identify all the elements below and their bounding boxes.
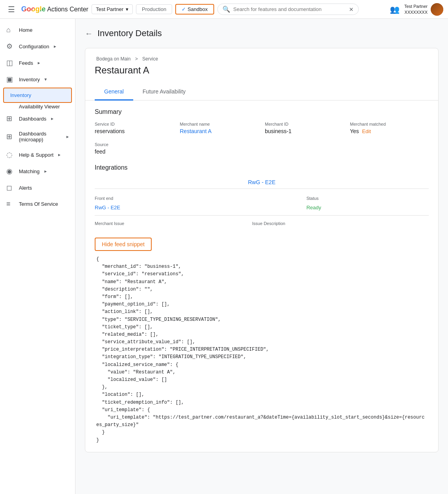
sidebar-item-matching[interactable]: ◉ Matching ▸ (0, 163, 75, 179)
check-icon: ✓ (182, 6, 186, 12)
integration-rwg-link[interactable]: RwG - E2E (95, 176, 429, 189)
main-content: ← Inventory Details Bodega on Main > Ser… (75, 19, 448, 494)
user-info: Test Partner XXXXXXXX (404, 4, 428, 15)
breadcrumb-part2: Service (142, 56, 158, 62)
terms-icon: ≡ (6, 200, 14, 208)
col-header-status: Status (307, 194, 429, 203)
google-logo: Google (21, 5, 46, 13)
inventory-parent-icon: ▣ (6, 75, 14, 84)
merchant-id-value: business-1 (265, 128, 344, 134)
field-merchant-name: Merchant name Restaurant A (180, 122, 259, 134)
app-name: Actions Center (47, 6, 88, 13)
field-merchant-id: Merchant ID business-1 (265, 122, 344, 134)
sidebar-item-terms[interactable]: ≡ Terms Of Service (0, 196, 72, 212)
sidebar-item-dashboards[interactable]: ⊞ Dashboards ▸ (0, 110, 75, 127)
field-service-id: Service ID reservations (95, 122, 174, 134)
expand-icon-feeds: ▸ (38, 60, 40, 66)
expand-icon-dashboards: ▸ (51, 116, 53, 121)
col-header-frontend: Front end (95, 194, 307, 203)
json-snippet: { "merchant_id": "business-1", "service_… (95, 256, 429, 444)
sidebar-label-help-support: Help & Support (19, 152, 53, 158)
gear-icon: ⚙ (6, 42, 14, 51)
source-row: Source feed (95, 142, 429, 155)
avatar (431, 3, 443, 16)
breadcrumb-separator: > (135, 56, 138, 62)
sidebar-item-home[interactable]: ⌂ Home (0, 22, 72, 38)
sidebar-item-help-support[interactable]: ◌ Help & Support ▸ (0, 146, 75, 163)
user-menu[interactable]: Test Partner XXXXXXXX (404, 3, 443, 16)
search-bar: 🔍 ✕ (217, 4, 359, 15)
frontend-link[interactable]: RwG - E2E (95, 205, 120, 210)
sidebar: ⌂ Home ⚙ Configuration ▸ ◫ Feeds ▸ ▣ Inv… (0, 19, 75, 494)
service-id-value: reservations (95, 128, 174, 134)
app-logo: Google Actions Center (21, 5, 88, 13)
sidebar-item-dashboards-microapp[interactable]: ⊞ Dashboards (microapp) ▸ (0, 127, 75, 146)
service-id-label: Service ID (95, 122, 174, 126)
breadcrumb: Bodega on Main > Service (95, 56, 429, 62)
edit-merchant-matched-link[interactable]: Edit (362, 128, 371, 134)
avatar-image (431, 3, 443, 16)
matching-icon: ◉ (6, 167, 14, 176)
issue-row (95, 228, 429, 231)
nav-right: 👥 Test Partner XXXXXXXX (390, 3, 443, 16)
chevron-down-icon: ▾ (126, 6, 129, 12)
sidebar-item-feeds[interactable]: ◫ Feeds ▸ (0, 55, 75, 71)
integration-table: Front end Status RwG - E2E Ready (95, 194, 429, 212)
hide-feed-snippet-button[interactable]: Hide feed snippet (95, 238, 152, 251)
people-icon[interactable]: 👥 (390, 5, 400, 14)
sidebar-label-matching: Matching (19, 168, 40, 174)
summary-grid: Service ID reservations Merchant name Re… (95, 122, 429, 134)
expand-icon-matching: ▸ (44, 168, 47, 174)
user-id: XXXXXXXX (404, 9, 428, 15)
sidebar-item-availability-viewer[interactable]: Availability Viewer (0, 103, 75, 110)
sidebar-label-home: Home (19, 27, 33, 33)
dashboards-icon: ⊞ (6, 114, 14, 123)
merchant-matched-label: Merchant matched (350, 122, 429, 126)
tab-bar: General Future Availability (85, 84, 438, 101)
sidebar-label-feeds: Feeds (19, 60, 33, 66)
card-inner: Bodega on Main > Service Restaurant A Ge… (85, 48, 438, 452)
tab-future-availability[interactable]: Future Availability (133, 84, 195, 101)
source-value: feed (95, 148, 429, 155)
sidebar-item-inventory-parent[interactable]: ▣ Inventory ▾ (0, 71, 75, 88)
expand-icon-dashboards-microapp: ▸ (66, 134, 69, 139)
production-button[interactable]: Production (136, 4, 172, 14)
sandbox-label: Sandbox (187, 6, 207, 12)
clear-search-icon[interactable]: ✕ (349, 6, 354, 13)
home-icon: ⌂ (6, 26, 14, 34)
merchant-matched-yes: Yes (350, 128, 359, 134)
search-input[interactable] (233, 6, 346, 12)
merchant-name-value[interactable]: Restaurant A (180, 128, 212, 134)
field-merchant-matched: Merchant matched Yes Edit (350, 122, 429, 134)
breadcrumb-part1: Bodega on Main (96, 56, 130, 62)
sidebar-label-alerts: Alerts (19, 185, 32, 191)
sidebar-label-availability-viewer: Availability Viewer (19, 104, 60, 110)
dashboards-microapp-icon: ⊞ (6, 132, 14, 141)
search-icon: 🔍 (222, 5, 230, 13)
page-header: ← Inventory Details (85, 28, 439, 38)
sidebar-label-terms: Terms Of Service (19, 201, 58, 207)
top-navigation: ☰ Google Actions Center Test Partner ▾ P… (0, 0, 448, 19)
merchant-name-label: Merchant name (180, 122, 259, 126)
sidebar-item-alerts[interactable]: ◻ Alerts (0, 179, 72, 196)
merchant-id-label: Merchant ID (265, 122, 344, 126)
partner-name: Test Partner (96, 6, 123, 12)
merchant-issue-value (95, 228, 252, 231)
sidebar-item-inventory[interactable]: Inventory (3, 88, 72, 103)
sidebar-label-inventory: Inventory (10, 92, 31, 98)
integrations-title: Integrations (95, 164, 429, 171)
help-icon: ◌ (6, 150, 14, 159)
user-name: Test Partner (404, 4, 428, 9)
expand-icon: ▸ (54, 44, 56, 49)
sidebar-item-configuration[interactable]: ⚙ Configuration ▸ (0, 38, 75, 55)
issue-table: Merchant Issue Issue Description (95, 219, 429, 231)
sandbox-button[interactable]: ✓ Sandbox (175, 4, 214, 15)
tab-general[interactable]: General (95, 84, 133, 101)
status-ready: Ready (307, 203, 429, 212)
back-button[interactable]: ← (85, 29, 93, 38)
partner-selector[interactable]: Test Partner ▾ (92, 4, 133, 14)
summary-title: Summary (95, 108, 429, 115)
col-issue-desc: Issue Description (252, 219, 429, 228)
sidebar-label-dashboards-microapp: Dashboards (microapp) (19, 131, 62, 143)
hamburger-menu[interactable]: ☰ (5, 2, 18, 17)
